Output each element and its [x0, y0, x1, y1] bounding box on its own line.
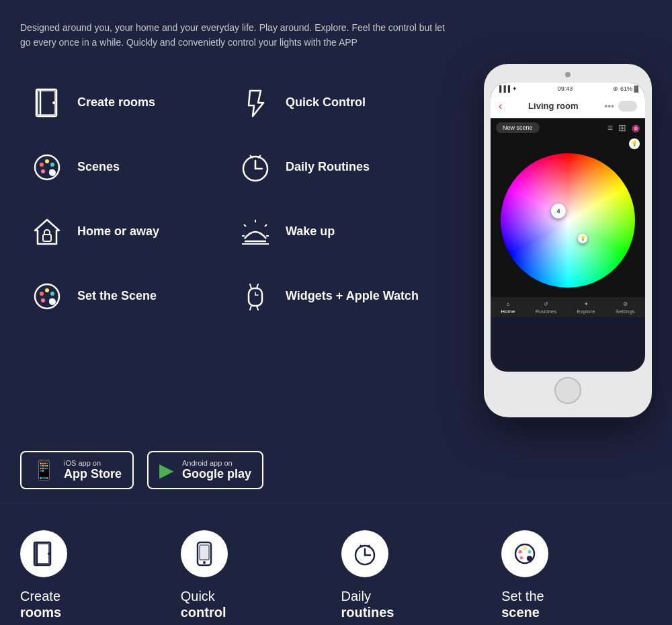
bottom-phone-icon	[191, 540, 218, 567]
sunrise-icon	[235, 212, 276, 252]
explore-nav-icon: ✦	[584, 301, 589, 307]
svg-rect-45	[200, 545, 209, 560]
intro-text: Designed around you, your home and your …	[20, 20, 457, 50]
phone-nav-settings: ⚙ Settings	[616, 301, 635, 315]
color-pin-bulb: 💡	[578, 234, 587, 243]
bottom-door-icon-circle	[20, 530, 67, 577]
phone-back-arrow: ‹	[499, 100, 502, 112]
svg-rect-18	[43, 235, 51, 241]
home-nav-label: Home	[501, 308, 515, 315]
bottom-palette-icon-circle	[501, 530, 548, 577]
svg-point-43	[48, 552, 50, 555]
phone-nav-explore: ✦ Explore	[577, 301, 595, 315]
svg-line-20	[244, 224, 246, 226]
android-btn-top: Android app on	[182, 459, 251, 467]
store-buttons-row: 📱 iOS app on App Store ▶ Android app on …	[0, 451, 672, 489]
ios-btn-text: iOS app on App Store	[64, 459, 122, 481]
ios-app-button[interactable]: 📱 iOS app on App Store	[20, 451, 134, 489]
svg-point-11	[49, 169, 56, 176]
svg-line-34	[250, 284, 251, 288]
phone-mockup: ▐▐▐ ✦ 09:43 ⊕ 61% ▓ ‹ Living room •••	[484, 64, 652, 417]
phone-signal: ▐▐▐ ✦	[497, 85, 517, 92]
svg-line-21	[265, 224, 267, 226]
svg-point-53	[519, 550, 522, 553]
phone-camera	[565, 72, 571, 77]
set-the-scene-label: Set the Scene	[77, 289, 157, 303]
features-grid: Create rooms Quick Control	[20, 71, 437, 329]
svg-point-55	[528, 550, 532, 553]
svg-point-26	[35, 284, 59, 308]
brightness-icon: 💡	[629, 138, 640, 149]
ios-btn-top: iOS app on	[64, 459, 122, 467]
apple-logo-icon: 📱	[32, 459, 56, 481]
svg-rect-33	[249, 288, 262, 306]
door-icon	[27, 83, 67, 123]
bottom-create-rooms: Createrooms Control all lights in your r…	[20, 530, 181, 625]
feature-scenes: Scenes	[20, 135, 228, 200]
color-pin-4: 4	[551, 204, 566, 218]
home-lock-icon	[27, 212, 67, 252]
watch-icon	[235, 276, 276, 317]
routines-nav-icon: ↺	[544, 301, 548, 307]
phone-status-bar: ▐▐▐ ✦ 09:43 ⊕ 61% ▓	[491, 83, 645, 95]
phone-header-icons: •••	[604, 101, 637, 112]
svg-point-31	[41, 298, 45, 302]
svg-point-29	[50, 292, 54, 296]
android-btn-text: Android app on Google play	[182, 459, 251, 481]
svg-point-3	[52, 101, 55, 104]
android-btn-bottom: Google play	[182, 467, 251, 481]
phone-battery: ⊕ 61% ▓	[613, 85, 638, 92]
feature-wake-up: Wake up	[228, 200, 437, 264]
feature-set-the-scene: Set the Scene	[20, 264, 228, 329]
feature-home-or-away: Home or away	[20, 200, 228, 264]
bottom-quick-control-title: Quickcontrol	[181, 588, 226, 620]
home-nav-icon: ⌂	[506, 301, 509, 307]
palette-icon	[27, 147, 67, 188]
phone-time: 09:43	[558, 85, 573, 92]
svg-line-36	[250, 306, 251, 310]
phone-screen: ▐▐▐ ✦ 09:43 ⊕ 61% ▓ ‹ Living room •••	[491, 83, 645, 372]
svg-point-5	[35, 155, 59, 179]
color-wheel-icon: ◉	[632, 122, 640, 133]
bottom-features-section: Createrooms Control all lights in your r…	[0, 503, 672, 625]
phone-scene-bar: New scene ≡ ⊞ ◉	[496, 122, 640, 133]
svg-point-54	[523, 546, 527, 550]
svg-point-7	[45, 159, 49, 163]
svg-marker-4	[249, 91, 263, 116]
palette2-icon	[27, 276, 67, 317]
new-scene-button: New scene	[496, 122, 540, 133]
feature-daily-routines: Daily Routines	[228, 135, 437, 200]
home-or-away-label: Home or away	[77, 224, 159, 239]
bottom-set-scene: Set thescene Scenes that automatically a…	[501, 530, 652, 625]
google-play-icon: ▶	[159, 459, 174, 481]
bottom-set-scene-title: Set thescene	[501, 588, 544, 620]
svg-point-46	[203, 561, 206, 564]
feature-create-rooms: Create rooms	[20, 71, 228, 135]
list-icon: ≡	[607, 122, 613, 133]
android-app-button[interactable]: ▶ Android app on Google play	[147, 451, 263, 489]
quick-control-label: Quick Control	[286, 95, 366, 110]
bottom-daily-routines-title: Dailyroutines	[341, 588, 394, 620]
phone-nav-home: ⌂ Home	[501, 301, 515, 315]
bottom-quick-control: Quickcontrol Switch or dim all lights in…	[181, 530, 341, 625]
svg-point-10	[41, 169, 45, 173]
feature-quick-control: Quick Control	[228, 71, 437, 135]
bottom-palette-icon	[511, 540, 538, 567]
svg-point-32	[49, 298, 56, 305]
svg-marker-17	[35, 220, 59, 244]
bottom-create-rooms-title: Createrooms	[20, 588, 61, 620]
svg-point-57	[520, 556, 523, 559]
bottom-phone-icon-circle	[181, 530, 228, 577]
bottom-door-icon	[30, 540, 57, 567]
phone-bottom-nav: ⌂ Home ↺ Routines ✦ Explore ⚙	[491, 297, 645, 317]
svg-point-28	[45, 288, 49, 292]
phone-more-icon: •••	[604, 101, 614, 112]
phone-view-icons: ≡ ⊞ ◉	[607, 122, 640, 133]
phone-home-button	[554, 377, 581, 404]
svg-point-6	[40, 163, 44, 167]
wake-up-label: Wake up	[286, 224, 335, 239]
phone-room-name: Living room	[528, 101, 578, 111]
settings-nav-label: Settings	[616, 308, 635, 315]
bottom-daily-routines: Dailyroutines Set light schedules to sup…	[341, 530, 502, 625]
svg-point-27	[40, 292, 44, 296]
